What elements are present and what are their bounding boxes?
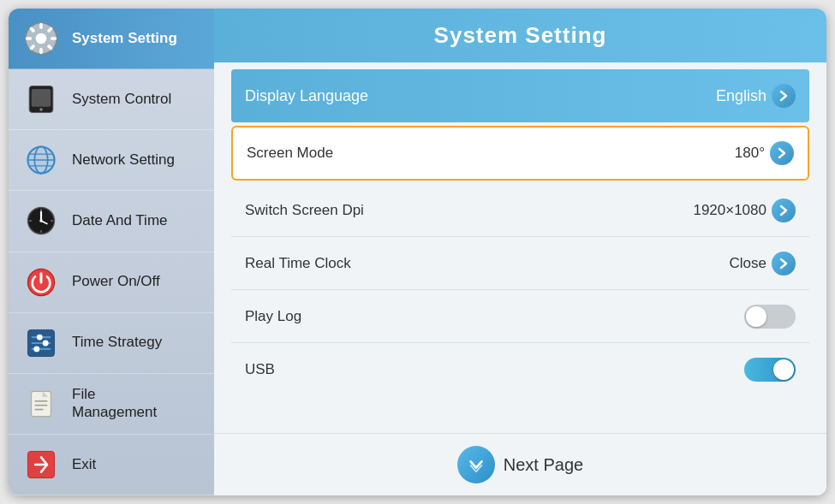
switch-screen-dpi-chevron[interactable] [772, 199, 796, 222]
sidebar-item-date-and-time[interactable]: Date And Time [9, 191, 214, 252]
sidebar-item-label: Date And Time [72, 212, 168, 229]
clock-icon [22, 202, 60, 240]
exit-icon [22, 446, 60, 483]
main-content: System Setting Display Language English … [214, 9, 826, 495]
play-log-row[interactable]: Play Log [231, 290, 809, 343]
power-icon [22, 264, 60, 301]
sidebar-item-network-setting[interactable]: Network Setting [9, 130, 214, 191]
next-page-label: Next Page [504, 455, 583, 475]
sidebar-item-label: System Control [72, 91, 171, 108]
switch-screen-dpi-row[interactable]: Switch Screen Dpi 1920×1080 [231, 184, 809, 237]
screen-mode-row[interactable]: Screen Mode 180° [231, 126, 809, 181]
next-page-button[interactable] [457, 446, 495, 483]
sidebar-item-power-on-off[interactable]: Power On/Off [9, 252, 214, 313]
gear-icon [22, 20, 60, 57]
sliders-icon [22, 324, 60, 362]
sidebar-item-file-management[interactable]: File Management [9, 374, 214, 435]
svg-rect-2 [39, 23, 43, 29]
screen-mode-value: 180° [735, 141, 794, 165]
sidebar-item-time-strategy[interactable]: Time Strategy [9, 313, 214, 374]
display-language-label: Display Language [245, 87, 368, 105]
sidebar-item-system-control[interactable]: System Control [9, 69, 214, 130]
svg-point-34 [43, 340, 49, 346]
sidebar-item-exit[interactable]: Exit [9, 435, 214, 495]
play-log-label: Play Log [245, 308, 301, 325]
sidebar-item-system-setting[interactable]: System Setting [9, 9, 214, 69]
svg-point-1 [36, 33, 47, 44]
svg-point-35 [33, 346, 39, 352]
next-page-area[interactable]: Next Page [214, 433, 826, 495]
switch-screen-dpi-label: Switch Screen Dpi [245, 202, 364, 219]
svg-point-18 [27, 147, 54, 174]
real-time-clock-row[interactable]: Real Time Clock Close [231, 237, 809, 290]
globe-icon [22, 141, 60, 179]
svg-rect-4 [26, 37, 32, 40]
display-language-row[interactable]: Display Language English [231, 69, 809, 122]
page-title: System Setting [214, 9, 826, 62]
usb-toggle[interactable] [744, 358, 796, 382]
svg-point-23 [39, 220, 42, 222]
svg-rect-3 [39, 48, 43, 54]
sidebar-item-label: Time Strategy [72, 334, 162, 351]
real-time-clock-label: Real Time Clock [245, 255, 351, 272]
svg-point-33 [37, 334, 43, 340]
usb-row[interactable]: USB [231, 343, 809, 396]
screen-mode-chevron[interactable] [770, 141, 794, 165]
settings-list: Display Language English Screen Mode 180… [214, 62, 826, 433]
svg-rect-36 [32, 391, 51, 416]
usb-label: USB [245, 361, 275, 378]
sidebar-item-label: Exit [72, 456, 96, 473]
sidebar: System Setting System Control [9, 9, 214, 495]
toggle-knob [746, 306, 766, 327]
svg-rect-11 [32, 89, 51, 107]
switch-screen-dpi-value: 1920×1080 [693, 199, 796, 222]
display-language-value: English [716, 84, 796, 108]
sidebar-item-label: System Setting [72, 30, 177, 47]
screen-mode-label: Screen Mode [247, 145, 333, 162]
sidebar-item-label: Power On/Off [72, 273, 160, 290]
sidebar-item-label: File Management [72, 386, 157, 421]
real-time-clock-value: Close [730, 252, 796, 276]
svg-rect-5 [51, 37, 57, 40]
tablet-icon [22, 80, 60, 118]
real-time-clock-chevron[interactable] [772, 252, 796, 276]
play-log-toggle[interactable] [744, 305, 796, 329]
toggle-knob [773, 359, 794, 380]
file-icon [22, 385, 60, 423]
display-language-chevron[interactable] [772, 84, 796, 108]
svg-point-12 [39, 109, 42, 111]
sidebar-item-label: Network Setting [72, 151, 175, 169]
